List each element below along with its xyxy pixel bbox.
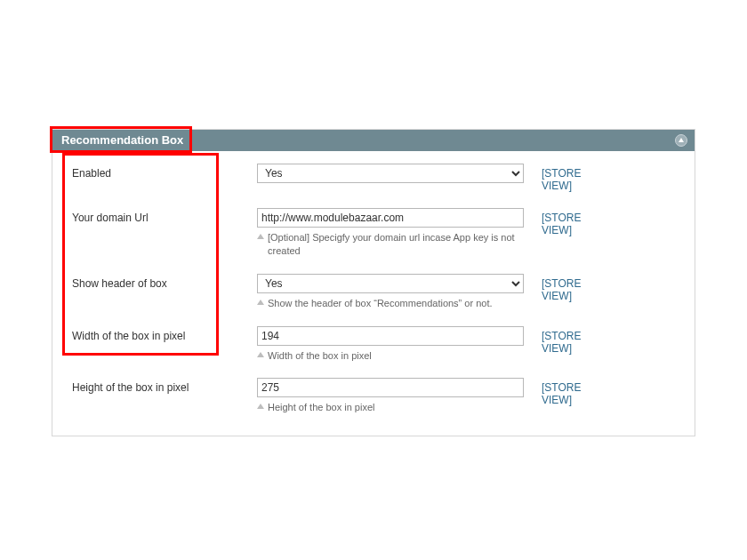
hint-text: Width of the box in pixel: [268, 350, 372, 361]
field-label: Your domain Url: [72, 208, 257, 224]
scope-link[interactable]: [STORE VIEW]: [542, 212, 604, 236]
scope-link[interactable]: [STORE VIEW]: [542, 167, 604, 192]
field-row-domain: Your domain Url [Optional] Specigfy your…: [72, 208, 675, 258]
collapse-toggle-icon[interactable]: [675, 134, 687, 147]
width-input[interactable]: [257, 326, 524, 346]
hint-arrow-icon: [257, 300, 264, 305]
section-header[interactable]: Recommendation Box: [52, 130, 695, 151]
field-label: Width of the box in pixel: [72, 326, 257, 342]
field-row-show-header: Show header of box Yes Show the header o…: [72, 274, 675, 310]
enabled-select[interactable]: Yes: [257, 164, 524, 183]
field-hint: [Optional] Specigfy your domain url inca…: [257, 231, 524, 258]
field-label: Enabled: [72, 164, 257, 180]
hint-text: Show the header of box “Recommendations”…: [268, 298, 493, 308]
config-section-panel: Recommendation Box Enabled Yes [STORE VI…: [52, 129, 695, 436]
height-input[interactable]: [257, 378, 524, 397]
field-row-height: Height of the box in pixel Height of the…: [72, 378, 675, 414]
scope-link[interactable]: [STORE VIEW]: [542, 381, 604, 406]
field-hint: Width of the box in pixel: [257, 349, 524, 363]
scope-link[interactable]: [STORE VIEW]: [542, 330, 604, 355]
domain-url-input[interactable]: [257, 208, 524, 228]
hint-text: Height of the box in pixel: [268, 402, 374, 412]
hint-arrow-icon: [257, 404, 264, 409]
field-row-enabled: Enabled Yes [STORE VIEW]: [72, 164, 675, 192]
show-header-select[interactable]: Yes: [257, 274, 524, 293]
field-label: Height of the box in pixel: [72, 378, 257, 394]
section-body: Enabled Yes [STORE VIEW] Your domain Url…: [52, 151, 695, 436]
field-hint: Show the header of box “Recommendations”…: [257, 297, 524, 310]
field-row-width: Width of the box in pixel Width of the b…: [72, 326, 675, 363]
field-hint: Height of the box in pixel: [257, 401, 524, 414]
field-label: Show header of box: [72, 274, 257, 290]
svg-marker-0: [679, 138, 684, 142]
scope-link[interactable]: [STORE VIEW]: [542, 277, 604, 302]
hint-text: [Optional] Specigfy your domain url inca…: [268, 232, 515, 256]
section-title: Recommendation Box: [61, 133, 183, 147]
hint-arrow-icon: [257, 352, 264, 357]
hint-arrow-icon: [257, 234, 264, 239]
